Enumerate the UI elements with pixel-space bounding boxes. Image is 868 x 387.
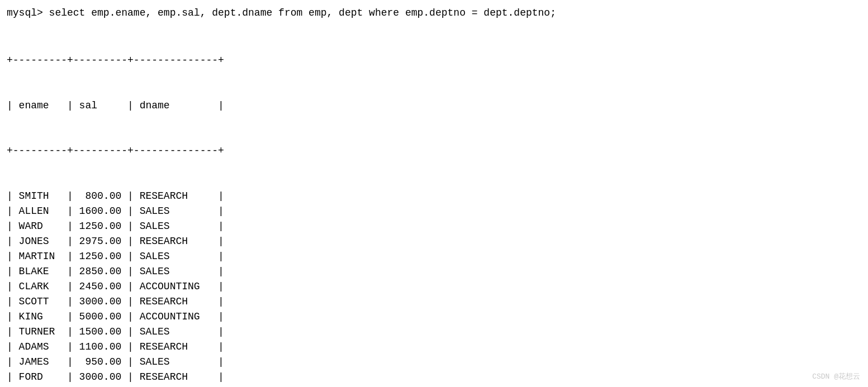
table-row: | CLARK | 2450.00 | ACCOUNTING | bbox=[7, 279, 861, 294]
table-row: | JONES | 2975.00 | RESEARCH | bbox=[7, 234, 861, 249]
table-row: | ALLEN | 1600.00 | SALES | bbox=[7, 204, 861, 219]
table-rows: | SMITH | 800.00 | RESEARCH || ALLEN | 1… bbox=[7, 189, 861, 387]
table-header: | ename | sal | dname | bbox=[7, 98, 861, 113]
sql-command: mysql> select emp.ename, emp.sal, dept.d… bbox=[7, 6, 861, 21]
table-row: | BLAKE | 2850.00 | SALES | bbox=[7, 264, 861, 279]
table-row: | MILLER | 1300.00 | ACCOUNTING | bbox=[7, 385, 861, 387]
table-row: | WARD | 1250.00 | SALES | bbox=[7, 219, 861, 234]
table-row: | MARTIN | 1250.00 | SALES | bbox=[7, 249, 861, 264]
table-row: | ADAMS | 1100.00 | RESEARCH | bbox=[7, 340, 861, 355]
watermark: CSDN @花想云 bbox=[812, 371, 860, 381]
table-row: | SMITH | 800.00 | RESEARCH | bbox=[7, 189, 861, 204]
table-row: | SCOTT | 3000.00 | RESEARCH | bbox=[7, 294, 861, 309]
table-row: | KING | 5000.00 | ACCOUNTING | bbox=[7, 309, 861, 324]
table-row: | JAMES | 950.00 | SALES | bbox=[7, 355, 861, 370]
table-row: | TURNER | 1500.00 | SALES | bbox=[7, 324, 861, 340]
terminal-window: mysql> select emp.ename, emp.sal, dept.d… bbox=[0, 0, 868, 387]
table-output: +---------+---------+--------------+ | e… bbox=[7, 23, 861, 387]
table-separator-header: +---------+---------+--------------+ bbox=[7, 144, 861, 159]
table-row: | FORD | 3000.00 | RESEARCH | bbox=[7, 370, 861, 385]
table-separator-top: +---------+---------+--------------+ bbox=[7, 53, 861, 68]
